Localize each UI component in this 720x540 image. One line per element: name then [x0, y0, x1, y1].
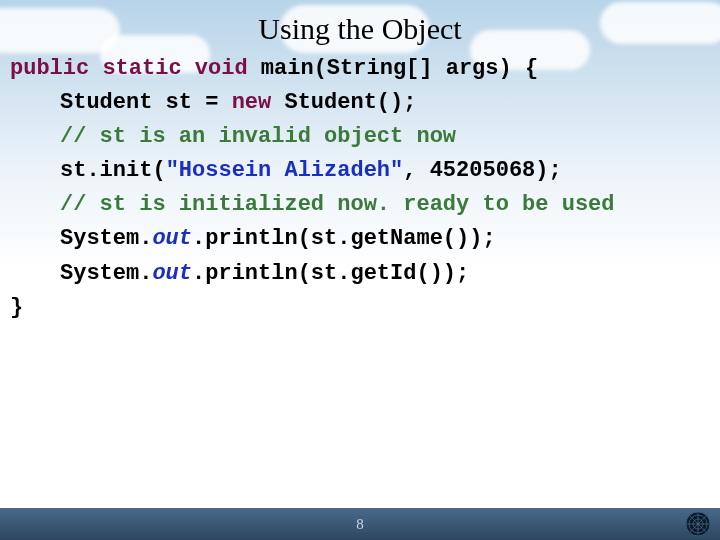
- code-line: Student st = new Student();: [10, 86, 710, 120]
- field: out: [152, 261, 192, 286]
- code-text: main(String[] args) {: [248, 56, 538, 81]
- field: out: [152, 226, 192, 251]
- institution-logo-icon: [684, 510, 712, 538]
- code-text: Student st =: [60, 90, 232, 115]
- string-literal: "Hossein Alizadeh": [166, 158, 404, 183]
- code-text: , 45205068);: [403, 158, 561, 183]
- code-text: System.: [60, 261, 152, 286]
- keyword: public: [10, 56, 89, 81]
- keyword: void: [195, 56, 248, 81]
- code-block: public static void main(String[] args) {…: [0, 52, 720, 325]
- code-line: System.out.println(st.getName());: [10, 222, 710, 256]
- code-line: }: [10, 291, 710, 325]
- code-text: [89, 56, 102, 81]
- code-line: // st is initialized now. ready to be us…: [10, 188, 710, 222]
- code-text: }: [10, 295, 23, 320]
- comment: // st is an invalid object now: [60, 124, 456, 149]
- code-text: [182, 56, 195, 81]
- code-line: st.init("Hossein Alizadeh", 45205068);: [10, 154, 710, 188]
- code-text: .println(st.getId());: [192, 261, 469, 286]
- code-line: public static void main(String[] args) {: [10, 52, 710, 86]
- code-text: st.init(: [60, 158, 166, 183]
- footer-bar: 8: [0, 508, 720, 540]
- code-text: .println(st.getName());: [192, 226, 496, 251]
- code-line: // st is an invalid object now: [10, 120, 710, 154]
- page-number: 8: [356, 516, 364, 533]
- comment: // st is initialized now. ready to be us…: [60, 192, 615, 217]
- code-line: System.out.println(st.getId());: [10, 257, 710, 291]
- keyword: static: [102, 56, 181, 81]
- keyword: new: [232, 90, 272, 115]
- slide-title: Using the Object: [0, 0, 720, 52]
- code-text: System.: [60, 226, 152, 251]
- code-text: Student();: [271, 90, 416, 115]
